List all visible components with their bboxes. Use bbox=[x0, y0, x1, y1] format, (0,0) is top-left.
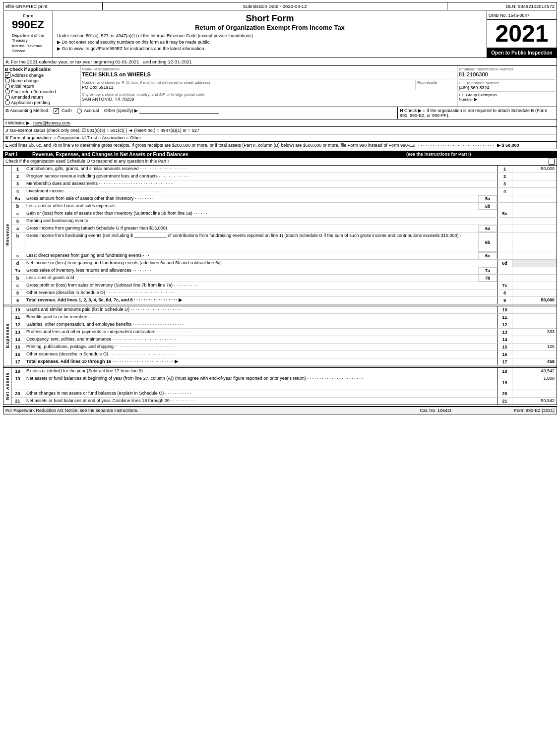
row-7b-lineref bbox=[497, 275, 512, 282]
section-h: H Check ▶ ○ if the organization is not r… bbox=[398, 107, 557, 119]
row-2-value bbox=[512, 173, 557, 180]
row-4-lineref: 4 bbox=[497, 188, 512, 195]
accrual-radio[interactable] bbox=[77, 109, 82, 114]
name-change-radio[interactable] bbox=[5, 78, 10, 83]
row-7a-sub: 7a bbox=[478, 267, 497, 274]
page: efile GRAPHIC print Submission Date - 20… bbox=[0, 0, 560, 416]
row-6a-lineref bbox=[497, 225, 512, 232]
row-19-lineref: 19 bbox=[497, 375, 512, 390]
row-17-value: 458 bbox=[512, 358, 557, 365]
row-12: 12 Salaries, other compensation, and emp… bbox=[11, 321, 557, 329]
phone-label: E E Telephone number bbox=[459, 81, 555, 85]
form-label: Form bbox=[23, 13, 33, 18]
row-11-value bbox=[512, 314, 557, 321]
row-17-lineref: 17 bbox=[497, 358, 512, 365]
row-20-lineref: 20 bbox=[497, 390, 512, 397]
part1-checkbox[interactable] bbox=[549, 159, 555, 165]
expenses-side-label: Expenses bbox=[3, 306, 11, 365]
net-assets-side-label: Net Assets bbox=[3, 368, 11, 405]
h-label: H bbox=[400, 108, 403, 113]
row-9-num: 9 bbox=[11, 297, 24, 304]
initial-return-item: Initial return bbox=[5, 84, 78, 89]
row-6-value bbox=[512, 218, 557, 225]
omb-box: OMB No. 1545-0047 bbox=[487, 11, 557, 20]
row-16-num: 16 bbox=[11, 351, 24, 358]
row-17-desc: Total expenses. Add lines 10 through 16 … bbox=[24, 358, 497, 365]
g-label: G bbox=[5, 108, 9, 113]
name-change-item: Name change bbox=[5, 78, 78, 83]
part1-subtitle: (see the instructions for Part I) bbox=[406, 152, 555, 157]
street-section: Number and street (or P. O. box, if mail… bbox=[82, 80, 416, 90]
row-6a-value bbox=[512, 225, 557, 232]
open-inspection: Open to Public Inspection bbox=[487, 48, 557, 58]
net-assets-section: Net Assets 18 Excess or (deficit) for th… bbox=[3, 368, 557, 405]
app-pending-radio[interactable] bbox=[5, 100, 10, 105]
row-9: 9 Total revenue. Add lines 1, 2, 3, 4, 5… bbox=[11, 297, 557, 304]
row-6c: c Less: direct expenses from gaming and … bbox=[11, 252, 557, 260]
row-12-num: 12 bbox=[11, 321, 24, 328]
row-15-desc: Printing, publications, postage, and shi… bbox=[24, 344, 497, 350]
row-3-desc: Membership dues and assessments · · · · … bbox=[24, 180, 497, 187]
title-section: Short Form Return of Organization Exempt… bbox=[53, 11, 487, 58]
row-20-num: 20 bbox=[11, 390, 24, 397]
row-11-lineref: 11 bbox=[497, 314, 512, 321]
section-b-label: B Check if applicable: bbox=[5, 67, 78, 72]
row-10-lineref: 10 bbox=[497, 306, 512, 313]
row-19: 19 Net assets or fund balances at beginn… bbox=[11, 375, 557, 390]
row-9-desc: Total revenue. Add lines 1, 2, 3, 4, 5c,… bbox=[24, 297, 497, 304]
l-label: L bbox=[5, 143, 8, 148]
row-20-value bbox=[512, 390, 557, 397]
row-13-lineref: 13 bbox=[497, 329, 512, 336]
efile-label: efile GRAPHIC print bbox=[3, 2, 103, 10]
website-url[interactable]: tsow@tsowsa.com bbox=[33, 120, 70, 125]
row-11-num: 11 bbox=[11, 314, 24, 321]
row-5b-num: b bbox=[11, 203, 24, 210]
revenue-side-label: Revenue bbox=[3, 166, 11, 304]
cash-checkbox[interactable] bbox=[54, 108, 59, 114]
row-6c-num: c bbox=[11, 252, 24, 259]
row-6-lineref bbox=[497, 218, 512, 225]
efile-text: efile GRAPHIC print bbox=[5, 3, 47, 9]
row-5c-value bbox=[512, 210, 557, 217]
row-8-desc: Other revenue (describe in Schedule O) ·… bbox=[24, 290, 497, 296]
row-8: 8 Other revenue (describe in Schedule O)… bbox=[11, 290, 557, 297]
row-8-lineref: 8 bbox=[497, 290, 512, 296]
row-13-num: 13 bbox=[11, 329, 24, 336]
amended-return-radio[interactable] bbox=[5, 95, 10, 100]
row-4-value bbox=[512, 188, 557, 195]
row-5b-value bbox=[512, 203, 557, 210]
section-a-label: A bbox=[5, 59, 9, 64]
row-15-num: 15 bbox=[11, 344, 24, 350]
revenue-section: Revenue 1 Contributions, gifts, grants, … bbox=[3, 166, 557, 304]
row-5c-lineref: 5c bbox=[497, 210, 512, 217]
address-change-item: Address change bbox=[5, 72, 78, 78]
row-6b: b Gross income from fundraising events (… bbox=[11, 233, 557, 252]
j-label: J bbox=[5, 128, 8, 133]
row-14-value bbox=[512, 336, 557, 343]
amended-return-item: Amended return bbox=[5, 95, 78, 100]
room-label: Room/suite bbox=[417, 80, 455, 85]
row-13-desc: Professional fees and other payments to … bbox=[24, 329, 497, 336]
row-5a-num: 5a bbox=[11, 195, 24, 202]
ein-label: Employer identification number bbox=[459, 67, 555, 71]
row-7c-value bbox=[512, 282, 557, 289]
initial-return-radio[interactable] bbox=[5, 84, 10, 89]
row-6c-lineref bbox=[497, 252, 512, 259]
row-18-lineref: 18 bbox=[497, 368, 512, 375]
row-7b-num: b bbox=[11, 275, 24, 282]
row-12-value bbox=[512, 321, 557, 328]
row-6b-desc: Gross income from fundraising events (no… bbox=[24, 233, 478, 252]
row-11: 11 Benefits paid to or for members · · ·… bbox=[11, 314, 557, 321]
row-1-num: 1 bbox=[11, 166, 24, 173]
dln-text: DLN: 93492102014572 bbox=[506, 3, 555, 9]
section-a: A For the 2021 calendar year, or tax yea… bbox=[3, 58, 557, 66]
row-7b-desc: Less: cost of goods sold · · · · · · · ·… bbox=[24, 275, 478, 282]
row-6b-lineref bbox=[497, 233, 512, 252]
section-k-row: K Form of organization: ○ Corporation ☑ … bbox=[3, 134, 557, 142]
address-change-checkbox[interactable] bbox=[5, 72, 10, 78]
row-14-lineref: 14 bbox=[497, 336, 512, 343]
row-5c-num: c bbox=[11, 210, 24, 217]
row-6a-num: a bbox=[11, 225, 24, 232]
final-return-radio[interactable] bbox=[5, 89, 10, 94]
row-2-num: 2 bbox=[11, 173, 24, 180]
